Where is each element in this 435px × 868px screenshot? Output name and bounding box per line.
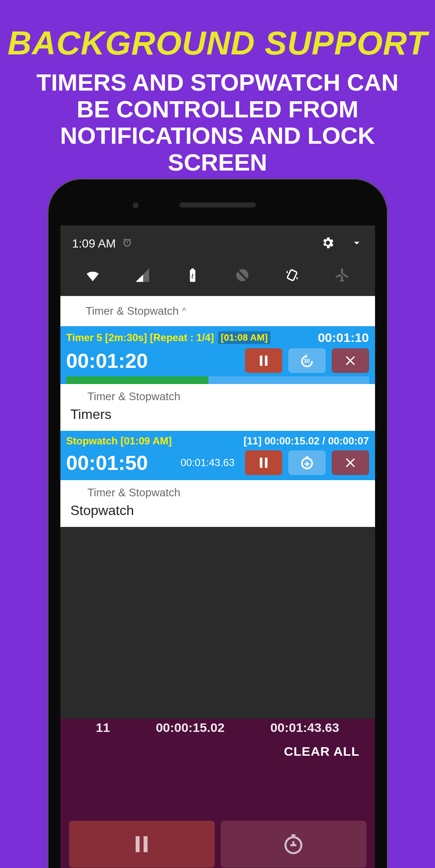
sub-app-name: Timer & Stopwatch [71, 486, 365, 499]
close-icon [343, 455, 358, 470]
phone-camera [133, 202, 139, 208]
replay-seconds: 30 [304, 358, 310, 364]
stopwatch-lap-info: [11] 00:00:15.02 / 00:00:07 [244, 435, 369, 447]
phone-screen: 11 00:00:15.02 00:01:43.63 CLEAR ALL 1:0… [60, 225, 375, 868]
app-background: 11 00:00:15.02 00:01:43.63 CLEAR ALL [60, 719, 375, 868]
dnd-icon[interactable] [233, 266, 251, 284]
timer-pause-button[interactable] [245, 348, 282, 373]
phone-speaker [179, 202, 256, 208]
sub-app-name: Timer & Stopwatch [71, 390, 365, 403]
app-pause-button[interactable] [69, 821, 215, 868]
hero-title: BACKGROUND SUPPORT [0, 0, 435, 63]
status-time: 1:09 AM [72, 237, 116, 250]
quick-settings-row [60, 259, 375, 296]
stopwatch-add-icon [281, 832, 305, 856]
timer-replay-button[interactable]: 30 [288, 348, 326, 373]
status-bar: 1:09 AM [60, 225, 375, 259]
hero-subtitle: TIMERS AND STOPWATCH CAN BE CONTROLLED F… [0, 63, 435, 176]
stopwatch-sub-time: 00:01:43.63 [154, 457, 239, 469]
settings-icon[interactable] [321, 236, 350, 252]
timer-sub-notification[interactable]: Timer & Stopwatch Timers [60, 384, 375, 431]
sub-title: Stopwatch [71, 503, 365, 518]
battery-icon[interactable] [184, 266, 202, 284]
lap-total: 00:01:43.63 [270, 720, 339, 735]
pause-icon [256, 455, 271, 470]
clear-all-button[interactable]: CLEAR ALL [60, 737, 375, 759]
phone-frame: 11 00:00:15.02 00:01:43.63 CLEAR ALL 1:0… [48, 179, 388, 868]
lap-row: 11 00:00:15.02 00:01:43.63 [60, 719, 375, 737]
alarm-icon [122, 237, 133, 250]
notification-app-header[interactable]: Timer & Stopwatch ^ [60, 296, 375, 326]
signal-icon[interactable] [134, 266, 151, 284]
close-icon [343, 353, 358, 368]
pause-icon [130, 832, 154, 856]
stopwatch-pause-button[interactable] [245, 450, 282, 475]
airplane-icon[interactable] [333, 266, 351, 284]
lap-time: 00:00:15.02 [156, 720, 225, 735]
stopwatch-main-time: 00:01:50 [66, 451, 148, 475]
timer-remaining: 00:01:10 [318, 330, 369, 345]
timer-notification: Timer 5 [2m:30s] [Repeat : 1/4] [01:08 A… [60, 326, 375, 384]
stopwatch-title: Stopwatch [01:09 AM] [66, 435, 172, 447]
timer-title: Timer 5 [2m:30s] [Repeat : 1/4] [66, 332, 214, 344]
timer-elapsed: 00:01:20 [66, 349, 239, 373]
stopwatch-add-icon [299, 455, 315, 470]
collapse-icon[interactable] [350, 236, 363, 251]
pause-icon [256, 353, 271, 368]
stopwatch-notification: Stopwatch [01:09 AM] [11] 00:00:15.02 / … [60, 431, 375, 480]
lap-index: 11 [96, 720, 110, 735]
stopwatch-close-button[interactable] [332, 450, 369, 475]
wifi-icon[interactable] [84, 266, 102, 284]
stopwatch-sub-notification[interactable]: Timer & Stopwatch Stopwatch [60, 480, 375, 527]
stopwatch-lap-button[interactable] [288, 450, 326, 475]
timer-progress [66, 376, 369, 384]
rotate-icon[interactable] [283, 266, 301, 284]
sub-title: Timers [71, 407, 365, 422]
notification-app-name: Timer & Stopwatch [86, 305, 179, 318]
timer-close-button[interactable] [332, 348, 369, 373]
timer-start-time: [01:08 AM] [218, 331, 270, 344]
svg-rect-2 [287, 270, 298, 281]
app-add-lap-button[interactable] [221, 821, 367, 868]
chevron-up-icon: ^ [182, 306, 186, 316]
